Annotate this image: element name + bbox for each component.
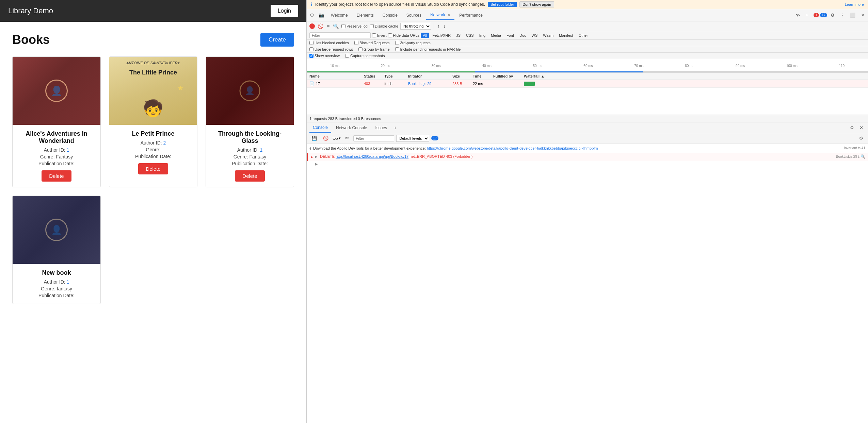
book-author-2: Author ID: 1 [237,147,263,153]
app-main: Books Create Alice's Adventures in Wonde… [0,22,306,423]
initiator-link[interactable]: BookList.js:29 [408,82,431,86]
has-blocked-cookies-checkbox[interactable]: Has blocked cookies [309,41,349,45]
author-link-1[interactable]: 2 [163,140,166,146]
timeline-30ms: 30 ms [432,64,441,68]
filter-ws[interactable]: WS [530,33,540,38]
tab-sources[interactable]: Sources [402,11,425,20]
record-button[interactable] [309,23,315,29]
devtools-close-button[interactable]: ✕ [859,11,867,19]
top-selector[interactable]: top ▾ [333,136,341,140]
filter-font[interactable]: Font [504,33,516,38]
error-url-link[interactable]: http://localhost:4280/data-api/api/Book/… [336,154,408,158]
filter-doc[interactable]: Doc [517,33,528,38]
blocked-requests-checkbox[interactable]: Blocked Requests [354,41,390,45]
console-clear-icon[interactable]: 🚫 [321,134,331,142]
author-link-2[interactable]: 1 [260,147,263,153]
disable-cache-input[interactable] [370,24,374,28]
filter-js[interactable]: JS [454,33,463,38]
console-tab-console[interactable]: Console [309,123,331,133]
preserve-log-checkbox[interactable]: Preserve log [341,24,368,28]
show-overview-checkbox[interactable]: Show overview [309,54,340,58]
default-levels-select[interactable]: Default levels [396,135,429,142]
book-name-2: Through the Looking-Glass [211,130,288,145]
tab-network[interactable]: Network ✕ [426,11,454,20]
clear-icon[interactable]: 🚫 [317,23,324,30]
search-icon[interactable]: 🔍 [332,23,339,30]
delete-button-0[interactable]: Delete [42,170,71,182]
preserve-log-input[interactable] [341,24,345,28]
filter-input[interactable] [309,32,371,38]
author-link-3[interactable]: 1 [67,279,69,285]
login-button[interactable]: Login [271,5,298,17]
delete-button-2[interactable]: Delete [235,170,264,182]
more-tabs-button[interactable]: ≫ [793,11,802,19]
console-tab-network[interactable]: Network Console [333,123,370,132]
dont-show-button[interactable]: Don't show again [519,1,554,7]
console-settings-icon[interactable]: ⚙ [848,124,856,132]
hide-data-urls-checkbox[interactable]: Hide data URLs [388,33,420,37]
top-dropdown-icon[interactable]: ▾ [339,136,341,140]
error-search-icon[interactable]: 🔍 [861,154,865,159]
info-icon: ℹ [311,2,312,7]
settings-icon[interactable]: ⚙ [829,11,837,19]
filter-media[interactable]: Media [489,33,503,38]
create-button[interactable]: Create [260,33,294,47]
devtools-banner: ℹ Identify your project's root folder to… [307,0,868,9]
disable-cache-checkbox[interactable]: Disable cache [370,24,398,28]
filter-wasm[interactable]: Wasm [541,33,556,38]
console-eye-icon[interactable]: 👁 [343,134,351,142]
devtools-dock-icon[interactable]: ⬜ [848,11,857,19]
filter-fetch-xhr[interactable]: Fetch/XHR [430,33,453,38]
console-gear-icon[interactable]: ⚙ [857,134,865,142]
console-save-icon[interactable]: 💾 [309,134,319,142]
filter-all[interactable]: All [421,33,429,38]
tab-network-close[interactable]: ✕ [448,13,450,17]
include-har-checkbox[interactable]: Include pending requests in HAR file [395,47,461,51]
timeline-90ms: 90 ms [736,64,745,68]
books-grid: Alice's Adventures in WonderlandAuthor I… [12,56,294,304]
filter-other[interactable]: Other [577,33,590,38]
export-icon[interactable]: ↓ [443,23,446,30]
console-msg-error: ● ▶ DELETE http://localhost:4280/data-ap… [307,153,868,161]
invert-checkbox[interactable]: Invert [372,33,387,37]
group-by-frame-checkbox[interactable]: Group by frame [358,47,389,51]
filter-manifest[interactable]: Manifest [557,33,575,38]
tab-performance[interactable]: Performance [455,11,487,20]
large-rows-checkbox[interactable]: Use large request rows [309,47,353,51]
throttle-select[interactable]: No throttling [400,23,431,30]
table-row[interactable]: 📄17 403 fetch BookList.js:29 283 B 22 ms [307,80,868,88]
console-tab-issues[interactable]: Issues [372,123,390,132]
tab-elements[interactable]: Elements [353,11,378,20]
import-icon[interactable]: ↑ [437,23,440,30]
expand-arrow[interactable]: ▶ [315,155,318,158]
capture-screenshots-checkbox[interactable]: Capture screenshots [345,54,385,58]
console-badge: 17 [431,136,438,140]
tab-console[interactable]: Console [379,11,402,20]
customize-icon[interactable]: ⋮ [838,11,847,19]
hide-data-urls-input[interactable] [388,33,392,37]
tab-welcome[interactable]: Welcome [327,11,352,20]
filter-icon[interactable]: ≡ [326,23,330,30]
book-name-3: New book [42,269,71,276]
console-close-button[interactable]: ✕ [857,124,865,132]
prince-star: ★ [177,84,183,92]
book-genre-1: Genre: [146,147,161,152]
add-console-tab-button[interactable]: + [392,124,399,132]
add-tab-button[interactable]: + [804,11,810,19]
app-header: Library Demo Login [0,0,306,22]
set-root-button[interactable]: Set root folder [488,2,517,7]
invert-input[interactable] [372,33,376,37]
author-link-0[interactable]: 1 [67,147,69,153]
filter-img[interactable]: Img [477,33,487,38]
delete-button-1[interactable]: Delete [138,163,168,174]
devtools-screenshot-icon[interactable]: 📷 [317,11,326,19]
devtools-back-icon[interactable]: ⬡ [308,11,316,19]
apollo-devtools-link[interactable]: https://chrome.google.com/webstore/detai… [427,146,598,150]
filter-css[interactable]: CSS [464,33,476,38]
error-expand-arrow[interactable]: ▶ [315,162,318,166]
third-party-checkbox[interactable]: 3rd-party requests [395,41,431,45]
error-info-icon[interactable]: ℹ [858,154,859,159]
timeline-labels: 10 ms 20 ms 30 ms 40 ms 50 ms 60 ms 70 m… [307,64,868,68]
learn-more-link[interactable]: Learn more [845,2,864,6]
console-filter-input[interactable] [353,135,394,141]
